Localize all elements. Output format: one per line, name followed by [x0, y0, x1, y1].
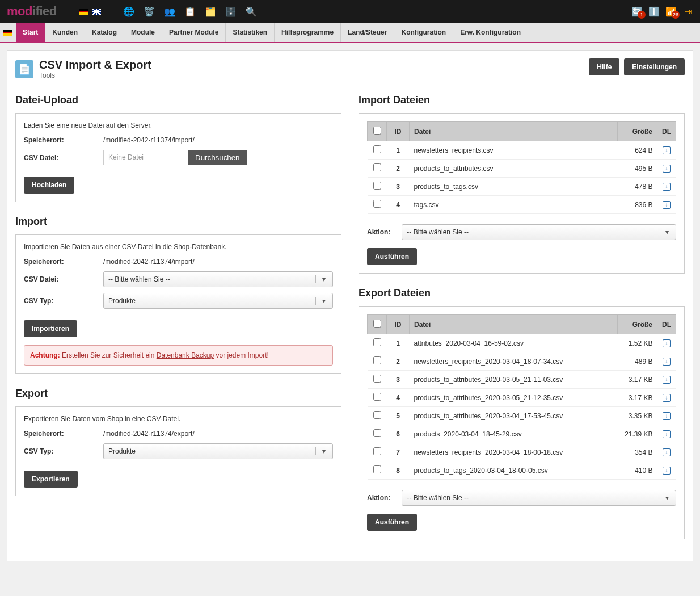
download-icon[interactable]: ↓: [663, 146, 671, 154]
nav-statistiken[interactable]: Statistiken: [226, 23, 275, 42]
row-checkbox[interactable]: [373, 465, 381, 473]
browse-button[interactable]: Durchsuchen: [188, 150, 247, 165]
upload-loc-label: Speicherort:: [24, 136, 103, 144]
users-icon[interactable]: 👥: [165, 6, 175, 16]
row-size: 410 B: [618, 461, 657, 480]
export-loc-value: /modified-2042-r11374/export/: [103, 430, 333, 438]
row-checkbox[interactable]: [373, 393, 381, 401]
nav-erw-konfiguration[interactable]: Erw. Konfiguration: [453, 23, 528, 42]
row-checkbox[interactable]: [373, 447, 381, 455]
nav-konfiguration[interactable]: Konfiguration: [394, 23, 453, 42]
database-icon[interactable]: 🗄️: [226, 6, 236, 16]
import-files-heading: Import Dateien: [359, 94, 685, 106]
download-icon[interactable]: ↓: [663, 430, 671, 438]
row-checkbox[interactable]: [373, 356, 381, 364]
import-type-select[interactable]: Produkte▾: [103, 293, 333, 309]
export-type-select[interactable]: Produkte▾: [103, 443, 333, 459]
table-row: 6products_2020-03-04_18-45-29.csv21.39 K…: [368, 425, 676, 443]
import-files-table: ID Datei Größe DL 1newsletters_recipient…: [367, 121, 676, 214]
import-warning: Achtung: Erstellen Sie zur Sicherheit ei…: [24, 345, 333, 366]
nav-flag-de[interactable]: [0, 23, 16, 42]
backup-link[interactable]: Datenbank Backup: [157, 351, 214, 359]
row-id: 2: [387, 160, 410, 178]
export-files-action-select[interactable]: -- Bitte wählen Sie --▾: [402, 490, 676, 506]
row-checkbox[interactable]: [373, 200, 381, 208]
download-icon[interactable]: ↓: [663, 339, 671, 347]
row-id: 3: [387, 371, 410, 389]
row-checkbox[interactable]: [373, 338, 381, 346]
import-submit-button[interactable]: Importieren: [24, 320, 77, 337]
table-row: 2products_to_attributes.csv495 B↓: [368, 160, 676, 178]
row-size: 495 B: [618, 160, 657, 178]
row-checkbox[interactable]: [373, 411, 381, 419]
upload-desc: Laden Sie eine neue Datei auf den Server…: [24, 121, 333, 129]
help-button[interactable]: Hilfe: [589, 58, 619, 75]
row-checkbox[interactable]: [373, 429, 381, 437]
nav-land-steuer[interactable]: Land/Steuer: [341, 23, 394, 42]
row-file: products_to_attributes.csv: [410, 160, 618, 178]
import-select-all[interactable]: [373, 127, 381, 135]
logout-icon[interactable]: ⇥: [683, 6, 693, 16]
chevron-down-icon: ▾: [315, 447, 328, 455]
row-file: products_to_attributes_2020-03-04_17-53-…: [410, 407, 618, 425]
flag-de-icon[interactable]: [79, 9, 88, 15]
row-checkbox[interactable]: [373, 145, 381, 153]
table-row: 4products_to_attributes_2020-03-05_21-12…: [368, 389, 676, 407]
trash-icon[interactable]: 🗑️: [144, 6, 154, 16]
settings-button[interactable]: Einstellungen: [624, 58, 685, 75]
nav-partner-module[interactable]: Partner Module: [162, 23, 226, 42]
page-header: 📄 CSV Import & Export Tools: [15, 58, 151, 79]
download-icon[interactable]: ↓: [663, 358, 671, 366]
import-files-action-select[interactable]: -- Bitte wählen Sie --▾: [402, 224, 676, 240]
download-icon[interactable]: ↓: [663, 201, 671, 209]
search-icon[interactable]: 🔍: [246, 6, 256, 16]
import-desc: Importieren Sie Daten aus einer CSV-Date…: [24, 243, 333, 251]
list-icon[interactable]: 📋: [185, 6, 195, 16]
download-icon[interactable]: ↓: [663, 412, 671, 420]
export-submit-button[interactable]: Exportieren: [24, 471, 78, 488]
row-file: products_to_tags.csv: [410, 178, 618, 196]
navbar: Start Kunden Katalog Module Partner Modu…: [0, 23, 700, 43]
upload-file-input[interactable]: Keine Datei: [103, 150, 188, 165]
import-file-label: CSV Datei:: [24, 275, 103, 283]
row-id: 1: [387, 141, 410, 160]
nav-katalog[interactable]: Katalog: [85, 23, 124, 42]
export-files-run-button[interactable]: Ausführen: [367, 514, 417, 531]
row-id: 4: [387, 389, 410, 407]
nav-module[interactable]: Module: [124, 23, 162, 42]
export-desc: Exportieren Sie Daten vom Shop in eine C…: [24, 415, 333, 423]
export-files-action-label: Aktion:: [367, 494, 390, 502]
row-size: 3.17 KB: [618, 371, 657, 389]
row-file: newsletters_recipients_2020-03-04_18-00-…: [410, 443, 618, 461]
download-icon[interactable]: ↓: [663, 394, 671, 402]
table-row: 8products_to_tags_2020-03-04_18-00-05.cs…: [368, 461, 676, 480]
download-icon[interactable]: ↓: [663, 165, 671, 173]
download-icon[interactable]: ↓: [663, 376, 671, 384]
logo[interactable]: modified: [7, 4, 57, 19]
upload-submit-button[interactable]: Hochladen: [24, 177, 74, 194]
nav-kunden[interactable]: Kunden: [45, 23, 85, 42]
table-row: 5products_to_attributes_2020-03-04_17-53…: [368, 407, 676, 425]
nav-start[interactable]: Start: [16, 23, 45, 42]
import-file-select[interactable]: -- Bitte wählen Sie --▾: [103, 271, 333, 287]
row-size: 489 B: [618, 352, 657, 371]
globe-icon[interactable]: 🌐: [124, 6, 134, 16]
download-icon[interactable]: ↓: [663, 448, 671, 456]
row-file: products_to_tags_2020-03-04_18-00-05.csv: [410, 461, 618, 480]
info-icon[interactable]: ℹ️: [649, 6, 659, 16]
flag-en-icon[interactable]: [92, 9, 101, 15]
export-select-all[interactable]: [373, 320, 381, 328]
nav-hilfsprogramme[interactable]: Hilfsprogramme: [275, 23, 341, 42]
import-type-label: CSV Typ:: [24, 297, 103, 305]
page-title: CSV Import & Export: [39, 58, 151, 72]
import-files-run-button[interactable]: Ausführen: [367, 248, 417, 265]
row-size: 354 B: [618, 443, 657, 461]
row-checkbox[interactable]: [373, 182, 381, 190]
calendar-icon[interactable]: 🗂️: [205, 6, 216, 16]
row-checkbox[interactable]: [373, 163, 381, 171]
download-icon[interactable]: ↓: [663, 467, 671, 475]
download-icon[interactable]: ↓: [663, 183, 671, 191]
row-checkbox[interactable]: [373, 375, 381, 383]
row-id: 4: [387, 196, 410, 214]
import-heading: Import: [15, 216, 341, 228]
